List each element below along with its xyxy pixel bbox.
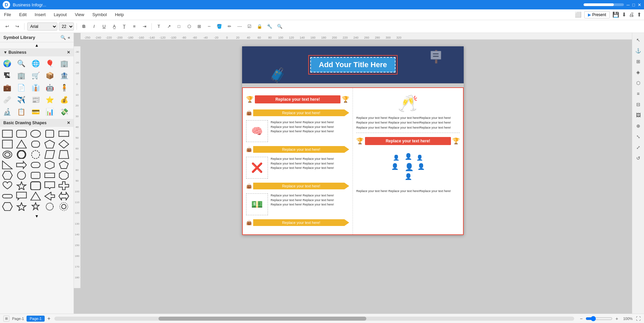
table-button[interactable]: ⊞ bbox=[195, 22, 203, 31]
canvas-area[interactable]: -250 -240 -220 -200 -180 -160 -140 -120 … bbox=[74, 33, 632, 314]
symbol-briefcase[interactable]: 💼 bbox=[1, 82, 13, 93]
shape-right-triangle[interactable] bbox=[2, 160, 13, 170]
checkbox-button[interactable]: ☑ bbox=[245, 22, 254, 31]
right-tool-anchor[interactable]: ⚓ bbox=[634, 46, 643, 55]
tools-button[interactable]: 🔧 bbox=[265, 22, 274, 31]
window-maximize[interactable]: □ bbox=[632, 2, 635, 7]
page-overview-button[interactable]: ⊞ bbox=[3, 316, 9, 322]
lock-button[interactable]: 🔒 bbox=[255, 22, 264, 31]
fit-page-button[interactable]: ⛶ bbox=[636, 316, 641, 321]
shape-arrow-right2[interactable] bbox=[44, 191, 55, 201]
shape-hexagon2[interactable] bbox=[2, 171, 13, 180]
shape-rect-wide2[interactable] bbox=[44, 171, 55, 180]
share-icon[interactable]: ⬆ bbox=[637, 11, 641, 18]
shape-sunburst[interactable] bbox=[58, 202, 69, 211]
right-tool-group[interactable]: ⊕ bbox=[634, 122, 643, 130]
doc-title-box[interactable]: Add Your Title Here bbox=[308, 55, 398, 75]
shape-rect-wide[interactable] bbox=[58, 129, 69, 138]
page-tab-1[interactable]: Page-1 bbox=[27, 316, 44, 322]
symbol-suit[interactable]: 👔 bbox=[30, 82, 41, 93]
shape-button[interactable]: □ bbox=[175, 22, 183, 31]
underline-button[interactable]: U bbox=[100, 22, 108, 31]
shape-parallelogram[interactable] bbox=[44, 150, 55, 159]
pen-button[interactable]: ✏ bbox=[225, 22, 234, 31]
right-tool-transform[interactable]: ⤢ bbox=[634, 143, 643, 152]
print-icon[interactable]: 🖨 bbox=[629, 12, 634, 18]
right-tool-stack[interactable]: ≡ bbox=[634, 89, 643, 98]
shape-pentagon[interactable] bbox=[44, 139, 55, 149]
shape-triangle[interactable] bbox=[16, 139, 27, 149]
symbol-globe2[interactable]: 🌐 bbox=[30, 58, 41, 69]
symbol-newspaper[interactable]: 📰 bbox=[30, 94, 41, 105]
right-tool-image[interactable]: 🖼 bbox=[634, 111, 643, 120]
shape-circle2[interactable] bbox=[16, 171, 27, 180]
text-box-button[interactable]: T bbox=[154, 22, 163, 31]
save-icon[interactable]: 💾 bbox=[612, 11, 619, 18]
menu-layout[interactable]: Layout bbox=[52, 11, 68, 18]
scroll-down-button[interactable]: ▼ bbox=[0, 213, 74, 219]
symbol-globe[interactable]: 🌍 bbox=[1, 58, 13, 69]
shape-trapezoid[interactable] bbox=[58, 150, 69, 159]
indent-button[interactable]: ⇥ bbox=[140, 22, 149, 31]
zoom-in-button[interactable]: + bbox=[614, 316, 620, 322]
shape-octagon[interactable] bbox=[58, 171, 69, 180]
symbol-robot[interactable]: 🤖 bbox=[44, 82, 56, 93]
shape-arrow-right[interactable] bbox=[16, 160, 27, 170]
search-icon[interactable]: 🔍 bbox=[60, 35, 66, 40]
zoom-slider[interactable] bbox=[586, 316, 612, 321]
screen-icon[interactable]: ⬜ bbox=[575, 11, 582, 18]
menu-symbol[interactable]: Symbol bbox=[91, 11, 108, 18]
connector-button[interactable]: ↗ bbox=[165, 22, 173, 31]
shape-triangle2[interactable] bbox=[30, 191, 41, 201]
font-color-button[interactable]: A̲ bbox=[110, 22, 119, 31]
symbol-search[interactable]: 🔍 bbox=[16, 58, 27, 69]
shape-rounded-rect[interactable] bbox=[16, 129, 27, 138]
close-shapes-icon[interactable]: ✕ bbox=[67, 121, 70, 125]
symbol-money[interactable]: 💰 bbox=[58, 94, 70, 105]
symbol-document[interactable]: 📄 bbox=[16, 82, 27, 93]
shape-circle-dashed[interactable] bbox=[30, 150, 41, 159]
symbol-chart[interactable]: 📊 bbox=[44, 106, 56, 118]
right-tool-table[interactable]: ⊟ bbox=[634, 100, 643, 109]
zoom-out-button[interactable]: − bbox=[578, 316, 584, 322]
italic-button[interactable]: I bbox=[90, 22, 98, 31]
right-tool-grid[interactable]: ⊞ bbox=[634, 57, 643, 66]
align-button[interactable]: ≡ bbox=[130, 22, 139, 31]
shape-rectangle[interactable] bbox=[2, 129, 13, 138]
symbol-plane[interactable]: ✈️ bbox=[16, 94, 27, 105]
symbol-bank[interactable]: 🏦 bbox=[58, 70, 70, 81]
shape-star-many[interactable] bbox=[44, 202, 55, 211]
shape-rounded-rect3[interactable] bbox=[30, 160, 41, 170]
shape-hexagon3[interactable] bbox=[2, 202, 13, 211]
symbol-card[interactable]: 💳 bbox=[30, 106, 41, 118]
shape-rect-rounded[interactable] bbox=[30, 171, 41, 180]
right-tool-3d[interactable]: ◈ bbox=[634, 68, 643, 77]
shape-star-5[interactable] bbox=[16, 181, 27, 190]
font-size-select[interactable]: 22 bbox=[59, 22, 74, 31]
shape-circle-ring[interactable] bbox=[2, 150, 13, 159]
symbol-building[interactable]: 🏢 bbox=[58, 58, 70, 69]
shape-speech[interactable] bbox=[16, 191, 27, 201]
present-button[interactable]: ▶ Present bbox=[584, 11, 610, 18]
basic-shapes-section-header[interactable]: Basic Drawing Shapes ✕ bbox=[0, 119, 74, 127]
symbol-cash[interactable]: 💸 bbox=[58, 106, 70, 118]
shape-cross[interactable] bbox=[58, 181, 69, 190]
symbol-construction[interactable]: 🏗 bbox=[1, 70, 13, 81]
window-minimize[interactable]: ─ bbox=[627, 2, 630, 7]
symbol-microscope[interactable]: 🔬 bbox=[1, 106, 13, 118]
business-section-header[interactable]: ▼ Business ✕ bbox=[0, 48, 74, 56]
shape-star6[interactable] bbox=[30, 202, 41, 211]
bold-button[interactable]: B bbox=[80, 22, 88, 31]
search-button[interactable]: 🔍 bbox=[275, 22, 284, 31]
shape-oval[interactable] bbox=[30, 129, 41, 138]
symbol-office[interactable]: 🏢 bbox=[16, 70, 27, 81]
symbol-box[interactable]: 📦 bbox=[44, 70, 56, 81]
horizontal-scrollbar[interactable] bbox=[54, 317, 574, 321]
menu-insert[interactable]: Insert bbox=[33, 11, 47, 18]
shape-heart[interactable] bbox=[2, 181, 13, 190]
shape-rounded-square2[interactable] bbox=[30, 139, 41, 149]
doc-title[interactable]: Add Your Title Here bbox=[310, 57, 396, 73]
symbol-balloon[interactable]: 🎈 bbox=[44, 58, 56, 69]
shape-hexagon[interactable] bbox=[44, 160, 55, 170]
window-close[interactable]: ✕ bbox=[638, 2, 641, 7]
